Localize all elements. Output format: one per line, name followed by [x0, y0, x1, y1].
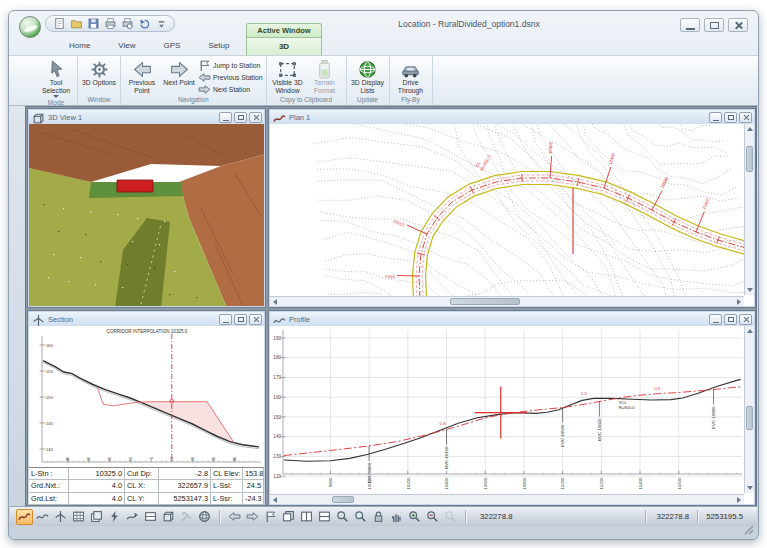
cascade-windows-icon[interactable]	[280, 509, 297, 525]
maximize-button[interactable]	[234, 112, 247, 123]
section-view-icon[interactable]	[52, 509, 69, 525]
3d-view-titlebar[interactable]: 3D View 1	[29, 110, 264, 124]
drive-through-button[interactable]: Drive Through	[393, 58, 429, 94]
3d-view-window: 3D View 1	[27, 108, 266, 308]
previous-point-button[interactable]: Previous Point	[124, 58, 160, 94]
minimize-button[interactable]	[219, 112, 232, 123]
button-label: Next Point	[163, 79, 194, 87]
button-label: Previous Station	[213, 74, 263, 81]
zoom-lock-icon[interactable]	[370, 509, 387, 525]
3d-display-lists-button[interactable]: 3D Display Lists	[350, 58, 386, 94]
svg-text:-40: -40	[65, 456, 70, 462]
plan-view-canvas[interactable]: 99001000010300104001050010600C1R=450.0	[270, 124, 744, 296]
terrain-format-button[interactable]: Terrain Format	[307, 58, 343, 94]
station-flag-icon[interactable]	[262, 509, 279, 525]
group-label: Update	[350, 95, 386, 105]
resize-grip[interactable]	[744, 525, 755, 536]
profile-view-canvas[interactable]: 1901801701601501401301209800100001020010…	[270, 326, 744, 494]
tile-horizontal-icon[interactable]	[316, 509, 333, 525]
svg-text:1.5: 1.5	[581, 391, 588, 396]
profile-horizontal-scrollbar[interactable]	[270, 494, 744, 504]
section-view-canvas[interactable]: CORRIDOR INTERPOLATION 10325.01601551501…	[29, 326, 264, 467]
zoom-out-icon[interactable]	[424, 509, 441, 525]
child-window-controls	[219, 112, 262, 123]
svg-text:155: 155	[46, 369, 54, 374]
previous-station-button[interactable]: Previous Station	[198, 72, 263, 83]
close-button[interactable]	[728, 18, 748, 32]
tile-vertical-icon[interactable]	[298, 509, 315, 525]
3d-view-canvas[interactable]	[29, 124, 264, 306]
svg-text:EVC 10500: EVC 10500	[560, 424, 565, 447]
layout-view-icon[interactable]	[142, 509, 159, 525]
zoom-window-icon[interactable]	[334, 509, 351, 525]
close-button[interactable]	[249, 314, 262, 325]
profile-view-titlebar[interactable]: Profile	[270, 312, 754, 326]
plan-horizontal-scrollbar[interactable]	[270, 296, 744, 306]
spline-view-icon[interactable]	[124, 509, 141, 525]
next-point-button[interactable]: Next Point	[161, 58, 197, 87]
zoom-in-icon[interactable]	[406, 509, 423, 525]
undo-button[interactable]	[137, 17, 151, 31]
table-label: CL Elev:	[211, 468, 243, 479]
maximize-button[interactable]	[234, 314, 247, 325]
table-row: Grd.Nxt.:4.0CL X:322657.9L-Ssl:24.5	[29, 480, 264, 492]
new-file-button[interactable]	[52, 17, 66, 31]
dynamic-view-icon[interactable]	[106, 509, 123, 525]
world-icon[interactable]	[196, 509, 213, 525]
plan-view-titlebar[interactable]: Plan 1	[270, 110, 754, 124]
zoom-previous-icon[interactable]	[442, 509, 459, 525]
minimize-button[interactable]	[680, 18, 700, 32]
close-button[interactable]	[739, 314, 752, 325]
profile-view-icon[interactable]	[34, 509, 51, 525]
tab-gps[interactable]: GPS	[152, 37, 193, 55]
button-label: Drive Through	[393, 79, 429, 94]
cursor-icon	[46, 59, 67, 79]
previous-view-icon[interactable]	[226, 509, 243, 525]
tab-setup[interactable]: Setup	[196, 37, 241, 55]
minimize-button[interactable]	[219, 314, 232, 325]
print-button[interactable]	[103, 17, 117, 31]
next-view-icon[interactable]	[244, 509, 261, 525]
pan-icon[interactable]	[388, 509, 405, 525]
3d-options-button[interactable]: 3D Options	[81, 58, 117, 87]
grid-view-icon[interactable]	[70, 509, 87, 525]
maximize-button[interactable]	[724, 112, 737, 123]
jump-to-station-button[interactable]: Jump to Station	[198, 60, 263, 71]
tab-3d[interactable]: 3D	[246, 37, 322, 55]
ribbon-group-copy-to-clipboard: Visible 3D Window Terrain Format Copy to…	[267, 56, 347, 105]
next-station-button[interactable]: Next Station	[198, 84, 263, 95]
tools-icon[interactable]	[178, 509, 195, 525]
close-button[interactable]	[739, 112, 752, 123]
mdi-workspace: 3D View 1 Plan 1 99001000010300104001050…	[25, 106, 757, 506]
sheet-view-icon[interactable]	[88, 509, 105, 525]
ribbon-group-navigation: Previous Point Next Point Jump to Statio…	[121, 56, 267, 105]
3d-view-title: 3D View 1	[48, 113, 216, 122]
minimize-button[interactable]	[709, 112, 722, 123]
tab-view[interactable]: View	[106, 37, 147, 55]
tab-home[interactable]: Home	[57, 37, 102, 55]
profile-vertical-scrollbar[interactable]	[744, 326, 754, 493]
open-button[interactable]	[69, 17, 83, 31]
maximize-button[interactable]	[724, 314, 737, 325]
close-button[interactable]	[249, 112, 262, 123]
table-value: 10325.0	[69, 468, 125, 479]
print-preview-button[interactable]	[120, 17, 134, 31]
table-row: Grd.Lst:4.0CL Y:5253147.3L-Ssr:-24.3	[29, 493, 264, 505]
svg-text:170: 170	[273, 375, 281, 380]
svg-text:BVC 10660: BVC 10660	[597, 418, 602, 441]
profile-view-title: Profile	[289, 315, 706, 324]
tool-selection-button[interactable]: Tool Selection	[38, 58, 74, 98]
customize-qat-button[interactable]	[154, 17, 168, 31]
zoom-extents-icon[interactable]	[352, 509, 369, 525]
section-view-titlebar[interactable]: Section	[29, 312, 264, 326]
svg-text:10400: 10400	[444, 477, 449, 490]
minimize-button[interactable]	[709, 314, 722, 325]
plan-vertical-scrollbar[interactable]	[744, 124, 754, 295]
maximize-button[interactable]	[704, 18, 724, 32]
save-button[interactable]	[86, 17, 100, 31]
app-logo-icon[interactable]	[19, 16, 41, 38]
plan-view-icon[interactable]	[16, 509, 33, 525]
view-3d-icon[interactable]	[160, 509, 177, 525]
visible-3d-window-button[interactable]: Visible 3D Window	[270, 58, 306, 94]
table-value: 5253147.3	[159, 493, 211, 504]
